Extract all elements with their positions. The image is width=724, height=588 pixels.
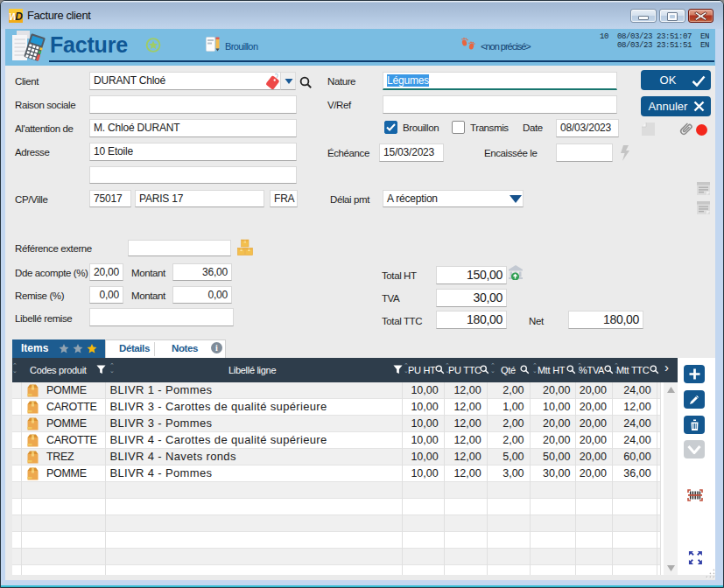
svg-text:D: D bbox=[15, 10, 23, 23]
